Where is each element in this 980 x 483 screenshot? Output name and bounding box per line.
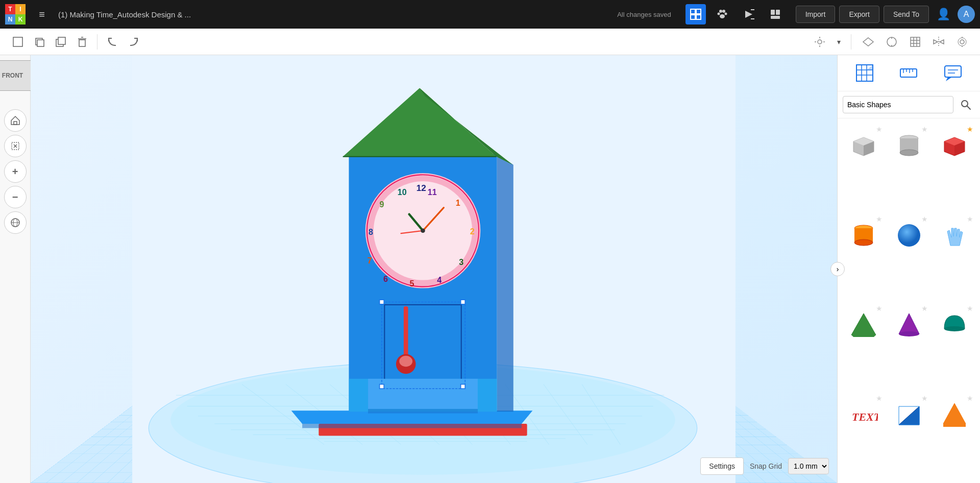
- svg-line-127: [967, 106, 970, 109]
- svg-marker-37: [934, 40, 938, 44]
- svg-marker-150: [943, 403, 966, 427]
- shape-hands[interactable]: ★: [933, 212, 976, 258]
- view-cube[interactable]: FRONT: [0, 60, 33, 101]
- star-sphere[interactable]: ★: [921, 215, 928, 223]
- shape-sphere[interactable]: ★: [887, 212, 930, 258]
- search-shapes-btn[interactable]: [957, 95, 975, 114]
- mirror-btn[interactable]: [929, 32, 948, 52]
- paw-btn[interactable]: [712, 4, 732, 25]
- left-panel: FRONT + −: [0, 55, 31, 483]
- svg-text:4: 4: [437, 275, 442, 284]
- svg-rect-117: [900, 69, 917, 77]
- hands-preview: [939, 220, 970, 251]
- svg-point-126: [962, 101, 968, 107]
- document-title: (1) Making Time_Autodesk Design & ...: [58, 10, 611, 19]
- ruler-panel-btn[interactable]: [896, 60, 921, 86]
- svg-text:12: 12: [416, 183, 426, 193]
- shape-pyramid-green[interactable]: ★: [842, 302, 885, 348]
- star-pyramid-yellow[interactable]: ★: [967, 394, 973, 402]
- svg-point-140: [898, 224, 920, 247]
- svg-marker-147: [899, 406, 919, 425]
- svg-text:5: 5: [410, 279, 414, 288]
- svg-marker-116: [867, 65, 873, 70]
- svg-text:7: 7: [368, 256, 372, 265]
- shape-cone-purple[interactable]: ★: [887, 302, 930, 348]
- simulate-btn[interactable]: [739, 4, 759, 25]
- grid-view-btn[interactable]: [685, 4, 706, 25]
- shape-pyramid-yellow[interactable]: ★: [933, 392, 976, 438]
- svg-marker-123: [946, 77, 952, 81]
- snap-grid-select[interactable]: 1.0 mm 0.1 mm 0.5 mm 2.0 mm 5.0 mm 10.0 …: [788, 458, 829, 474]
- top-actions: Import Export Send To 👤 A: [796, 4, 975, 25]
- export-btn[interactable]: Export: [839, 6, 879, 23]
- shape-paraboloid[interactable]: ★: [933, 302, 976, 348]
- copy-btn[interactable]: [30, 32, 49, 52]
- import-btn[interactable]: Import: [796, 6, 836, 23]
- star-cylinder-orange[interactable]: ★: [876, 215, 883, 223]
- svg-text:1: 1: [456, 198, 460, 207]
- svg-point-4: [719, 10, 722, 13]
- zoom-in-btn[interactable]: +: [4, 160, 27, 183]
- svg-text:6: 6: [383, 274, 388, 283]
- user-profile-btn[interactable]: 👤: [933, 4, 953, 25]
- star-wedge[interactable]: ★: [921, 394, 928, 402]
- avatar[interactable]: A: [958, 6, 975, 23]
- duplicate-btn[interactable]: [51, 32, 70, 52]
- star-text[interactable]: ★: [876, 394, 883, 402]
- home-btn[interactable]: [4, 109, 27, 132]
- star-cone-purple[interactable]: ★: [921, 304, 928, 312]
- logo-t: T: [5, 4, 15, 14]
- star-paraboloid[interactable]: ★: [967, 304, 973, 312]
- svg-point-39: [960, 40, 964, 44]
- star-box[interactable]: ★: [876, 125, 883, 133]
- svg-point-105: [421, 228, 425, 233]
- shape-box-red[interactable]: ★: [933, 123, 976, 168]
- viewport[interactable]: 12 1 2 3 4 5 6 7 8 9 10 11: [31, 55, 837, 483]
- shape-cylinder-gray[interactable]: ★: [887, 123, 930, 168]
- align-btn[interactable]: [952, 32, 972, 52]
- shape-box[interactable]: ★: [842, 123, 885, 168]
- snap-label: Snap Grid: [750, 462, 782, 470]
- svg-text:8: 8: [369, 227, 373, 236]
- svg-rect-16: [37, 40, 44, 46]
- svg-point-40: [958, 38, 966, 46]
- svg-text:9: 9: [379, 200, 384, 209]
- undo-btn[interactable]: [103, 32, 122, 52]
- workplane-panel-btn[interactable]: [852, 60, 877, 86]
- logo-n: N: [5, 14, 15, 25]
- star-cylinder-gray[interactable]: ★: [921, 125, 928, 133]
- tinkercad-logo[interactable]: T I N K: [5, 4, 26, 25]
- new-shape-btn[interactable]: [8, 32, 28, 52]
- fit-btn[interactable]: [4, 135, 27, 157]
- svg-point-6: [717, 13, 720, 15]
- ruler-btn[interactable]: [882, 32, 901, 52]
- grid-btn[interactable]: [905, 32, 925, 52]
- send-to-btn[interactable]: Send To: [884, 6, 929, 23]
- toolbar-right: ▾: [810, 32, 972, 52]
- dropdown-arrow[interactable]: ▾: [834, 32, 844, 52]
- gallery-btn[interactable]: [765, 4, 786, 25]
- document-icon-btn[interactable]: ≡: [32, 4, 52, 25]
- shapes-grid: ★ ★ ★ ★: [838, 118, 980, 483]
- svg-rect-2: [691, 15, 695, 19]
- shape-category-dropdown[interactable]: Basic Shapes Letters Math STEM Featured: [843, 96, 953, 113]
- svg-marker-75: [497, 154, 513, 412]
- svg-point-22: [818, 40, 822, 44]
- zoom-out-btn[interactable]: −: [4, 186, 27, 208]
- workplane-btn[interactable]: [859, 32, 878, 52]
- light-btn[interactable]: [810, 32, 829, 52]
- star-pyramid-green[interactable]: ★: [876, 304, 883, 312]
- star-hands[interactable]: ★: [967, 215, 973, 223]
- shape-cylinder-orange[interactable]: ★: [842, 212, 885, 258]
- star-box-red[interactable]: ★: [967, 125, 973, 133]
- perspective-btn[interactable]: [4, 211, 27, 234]
- shape-text[interactable]: ★ TEXT: [842, 392, 885, 438]
- shape-wedge[interactable]: ★: [887, 392, 930, 438]
- collapse-panel-btn[interactable]: ›: [830, 262, 845, 276]
- settings-btn[interactable]: Settings: [700, 457, 744, 475]
- redo-btn[interactable]: [124, 32, 143, 52]
- comment-panel-btn[interactable]: [940, 60, 966, 86]
- cone-purple-preview: [894, 309, 924, 340]
- sphere-preview: [894, 220, 924, 251]
- delete-btn[interactable]: [72, 32, 92, 52]
